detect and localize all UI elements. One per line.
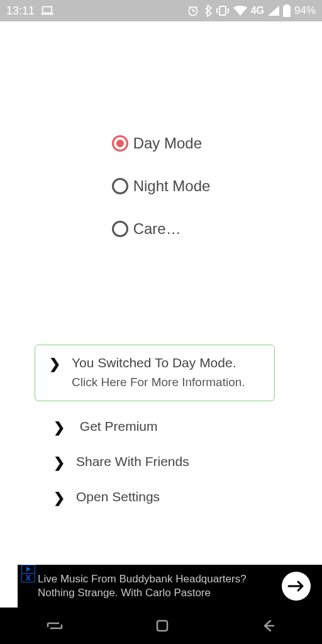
battery-icon [283, 4, 291, 17]
status-time: 13:11 [6, 4, 35, 18]
recent-apps-button[interactable] [47, 619, 63, 632]
alarm-icon [187, 4, 199, 17]
laptop-icon [41, 6, 53, 15]
menu-list: ❯ You Switched To Day Mode. Click Here F… [0, 345, 322, 507]
chevron-right-icon: ❯ [49, 355, 60, 373]
svg-rect-1 [41, 14, 53, 15]
radio-label: Care… [133, 220, 181, 238]
menu-label: Open Settings [76, 489, 160, 504]
menu-label: Get Premium [76, 419, 161, 434]
menu-notice-text: You Switched To Day Mode. Click Here For… [72, 355, 245, 389]
android-nav-bar [0, 608, 322, 644]
radio-label: Night Mode [133, 177, 211, 195]
ad-line1: Live Music From Buddybank Headquarters? [38, 572, 247, 586]
ad-banner[interactable]: X Live Music From Buddybank Headquarters… [18, 565, 322, 608]
chevron-right-icon: ❯ [53, 419, 65, 436]
network-type: 4G [251, 5, 264, 16]
notice-line2: Click Here For More Information. [72, 375, 245, 389]
back-button[interactable] [262, 619, 275, 633]
status-bar: 13:11 4G 94% [0, 0, 322, 21]
mode-radio-group: Day Mode Night Mode Care… [112, 135, 211, 238]
menu-open-settings[interactable]: ❯ Open Settings [53, 489, 269, 507]
svg-rect-6 [157, 621, 167, 631]
battery-percent: 94% [294, 4, 316, 17]
ad-line2: Nothing Strange. With Carlo Pastore [38, 586, 247, 600]
radio-label: Day Mode [133, 135, 202, 152]
notice-line1: You Switched To Day Mode. [72, 355, 245, 370]
home-button[interactable] [155, 619, 169, 633]
menu-share[interactable]: ❯ Share With Friends [53, 454, 269, 472]
radio-care-mode[interactable]: Care… [112, 220, 211, 238]
main-content: Day Mode Night Mode Care… ❯ You Switched… [0, 21, 322, 507]
signal-icon [268, 6, 279, 16]
bluetooth-icon [203, 4, 212, 17]
chevron-right-icon: ❯ [53, 489, 65, 507]
status-left: 13:11 [6, 4, 53, 18]
svg-rect-4 [283, 6, 291, 17]
chevron-right-icon: ❯ [53, 454, 65, 472]
menu-notice[interactable]: ❯ You Switched To Day Mode. Click Here F… [35, 345, 275, 401]
status-right: 4G 94% [187, 4, 316, 17]
wifi-icon [233, 6, 247, 16]
ad-text: Live Music From Buddybank Headquarters? … [38, 572, 247, 600]
radio-night-mode[interactable]: Night Mode [112, 177, 211, 195]
svg-rect-5 [285, 4, 289, 6]
svg-rect-3 [219, 6, 226, 15]
adchoices-play-icon [21, 565, 35, 574]
svg-rect-0 [43, 7, 52, 13]
adchoices-badge[interactable]: X [21, 565, 35, 582]
vibrate-icon [216, 5, 230, 16]
ad-arrow-button[interactable] [282, 572, 311, 601]
adchoices-close-icon[interactable]: X [21, 574, 35, 582]
menu-label: Share With Friends [76, 454, 189, 469]
menu-get-premium[interactable]: ❯ Get Premium [53, 419, 269, 436]
radio-day-mode[interactable]: Day Mode [112, 135, 211, 152]
